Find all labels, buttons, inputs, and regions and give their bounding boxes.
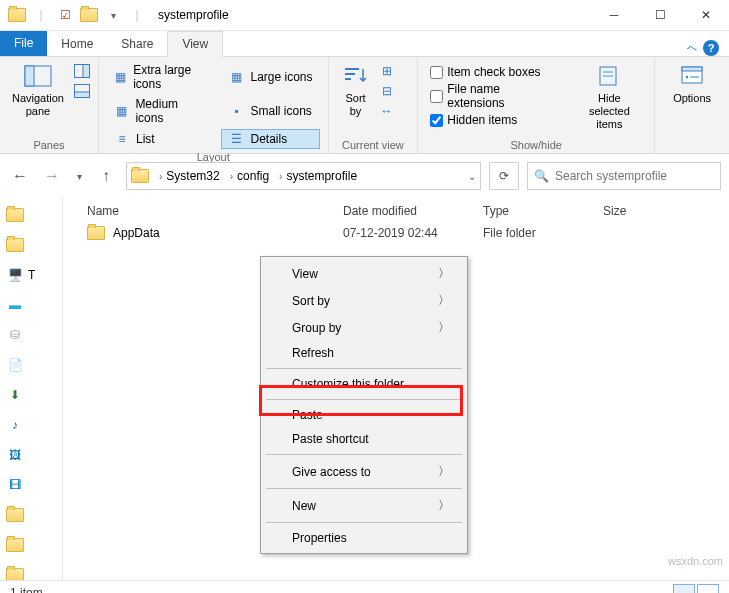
- help-icon[interactable]: ?: [703, 40, 719, 56]
- ctx-groupby[interactable]: Group by〉: [264, 314, 464, 341]
- minimize-button[interactable]: ─: [591, 0, 637, 30]
- chevron-right-icon: 〉: [438, 463, 450, 480]
- collapse-ribbon-icon[interactable]: へ: [687, 41, 697, 55]
- separator: [266, 454, 462, 455]
- folder-icon: [87, 226, 105, 240]
- layout-large[interactable]: ▦Large icons: [221, 61, 319, 93]
- col-type[interactable]: Type: [483, 204, 603, 218]
- drive-icon: ▬: [6, 296, 24, 314]
- sort-by-button[interactable]: Sort by: [337, 61, 375, 120]
- search-icon: 🔍: [534, 169, 549, 183]
- refresh-button[interactable]: ⟳: [489, 162, 519, 190]
- back-button[interactable]: ←: [8, 164, 32, 188]
- ctx-paste-shortcut[interactable]: Paste shortcut: [264, 427, 464, 451]
- crumb-system32[interactable]: ›System32: [155, 169, 224, 183]
- folder-icon: [6, 4, 28, 26]
- tree-item[interactable]: 🖼: [6, 446, 56, 464]
- hide-selected-button[interactable]: Hide selected items: [573, 61, 647, 133]
- search-box[interactable]: 🔍 Search systemprofile: [527, 162, 721, 190]
- maximize-button[interactable]: ☐: [637, 0, 683, 30]
- ctx-view[interactable]: View〉: [264, 260, 464, 287]
- layout-medium[interactable]: ▦Medium icons: [107, 95, 213, 127]
- layout-gallery[interactable]: ▦Extra large icons ▦Large icons ▦Medium …: [107, 61, 320, 149]
- svg-rect-5: [74, 92, 89, 98]
- group-by-icon[interactable]: ⊞: [379, 63, 395, 79]
- qat-dropdown-icon[interactable]: ▾: [102, 4, 124, 26]
- qat-separator: |: [126, 4, 148, 26]
- size-columns-icon[interactable]: ↔: [379, 103, 395, 119]
- svg-rect-6: [345, 68, 359, 70]
- options-button[interactable]: Options: [663, 61, 721, 107]
- layout-extra-large[interactable]: ▦Extra large icons: [107, 61, 213, 93]
- col-date[interactable]: Date modified: [343, 204, 483, 218]
- separator: [266, 522, 462, 523]
- navigation-pane-icon: [23, 63, 53, 89]
- navigation-pane-label: Navigation pane: [12, 92, 64, 118]
- document-icon: 📄: [6, 356, 24, 374]
- extra-large-icon: ▦: [114, 69, 127, 85]
- pc-icon: 🖥️: [6, 266, 24, 284]
- details-view-icon[interactable]: [673, 584, 695, 593]
- details-pane-icon[interactable]: [74, 83, 90, 99]
- address-box[interactable]: ›System32 ›config ›systemprofile ⌄: [126, 162, 481, 190]
- ctx-new[interactable]: New〉: [264, 492, 464, 519]
- col-size[interactable]: Size: [603, 204, 683, 218]
- tree-item[interactable]: ⬇: [6, 386, 56, 404]
- item-check-boxes-toggle[interactable]: Item check boxes: [426, 61, 562, 83]
- view-switcher[interactable]: [673, 584, 719, 593]
- layout-small[interactable]: ▪Small icons: [221, 95, 319, 127]
- svg-rect-13: [682, 67, 702, 71]
- chevron-right-icon: 〉: [438, 265, 450, 282]
- crumb-config[interactable]: ›config: [226, 169, 273, 183]
- ctx-refresh[interactable]: Refresh: [264, 341, 464, 365]
- ctx-sortby[interactable]: Sort by〉: [264, 287, 464, 314]
- tab-file[interactable]: File: [0, 31, 47, 56]
- titlebar: | ☑ ▾ | systemprofile ─ ☐ ✕: [0, 0, 729, 31]
- download-icon: ⬇: [6, 386, 24, 404]
- folder-icon: [78, 4, 100, 26]
- tree-item[interactable]: [6, 236, 56, 254]
- add-columns-icon[interactable]: ⊟: [379, 83, 395, 99]
- tree-item[interactable]: [6, 566, 56, 580]
- ctx-customize[interactable]: Customize this folder...: [264, 372, 464, 396]
- tree-item[interactable]: ⛁: [6, 326, 56, 344]
- small-icon: ▪: [228, 103, 244, 119]
- tab-home[interactable]: Home: [47, 32, 107, 56]
- layout-list[interactable]: ≡List: [107, 129, 213, 149]
- svg-rect-10: [603, 71, 613, 73]
- tree-item-thispc[interactable]: 🖥️T: [6, 266, 56, 284]
- disk-icon: ⛁: [6, 326, 24, 344]
- ctx-paste[interactable]: Paste: [264, 403, 464, 427]
- tree-item[interactable]: 🎞: [6, 476, 56, 494]
- tab-view[interactable]: View: [167, 31, 223, 57]
- up-button[interactable]: ↑: [94, 164, 118, 188]
- col-name[interactable]: Name: [87, 204, 343, 218]
- address-dropdown-icon[interactable]: ⌄: [468, 171, 476, 182]
- crumb-systemprofile[interactable]: ›systemprofile: [275, 169, 361, 183]
- details-icon: ☰: [228, 131, 244, 147]
- hidden-items-toggle[interactable]: Hidden items: [426, 109, 562, 131]
- tree-item[interactable]: ▬: [6, 296, 56, 314]
- preview-pane-icon[interactable]: [74, 63, 90, 79]
- properties-checkbox-icon[interactable]: ☑: [54, 4, 76, 26]
- tree-item[interactable]: [6, 506, 56, 524]
- navigation-pane-button[interactable]: Navigation pane: [8, 61, 68, 120]
- close-button[interactable]: ✕: [683, 0, 729, 30]
- tree-item[interactable]: 📄: [6, 356, 56, 374]
- tree-item[interactable]: [6, 206, 56, 224]
- separator: [266, 488, 462, 489]
- list-item[interactable]: AppData 07-12-2019 02:44 File folder: [63, 224, 729, 242]
- tree-item[interactable]: ♪: [6, 416, 56, 434]
- recent-dropdown-icon[interactable]: ▾: [72, 164, 86, 188]
- thumb-view-icon[interactable]: [697, 584, 719, 593]
- ctx-give-access[interactable]: Give access to〉: [264, 458, 464, 485]
- forward-button[interactable]: →: [40, 164, 64, 188]
- layout-details[interactable]: ☰Details: [221, 129, 319, 149]
- ctx-properties[interactable]: Properties: [264, 526, 464, 550]
- tree-item[interactable]: [6, 536, 56, 554]
- quick-access-toolbar: | ☑ ▾ |: [0, 4, 148, 26]
- column-headers[interactable]: Name Date modified Type Size: [63, 204, 729, 224]
- file-name-extensions-toggle[interactable]: File name extensions: [426, 85, 562, 107]
- tab-share[interactable]: Share: [107, 32, 167, 56]
- navigation-tree[interactable]: 🖥️T ▬ ⛁ 📄 ⬇ ♪ 🖼 🎞: [0, 198, 63, 580]
